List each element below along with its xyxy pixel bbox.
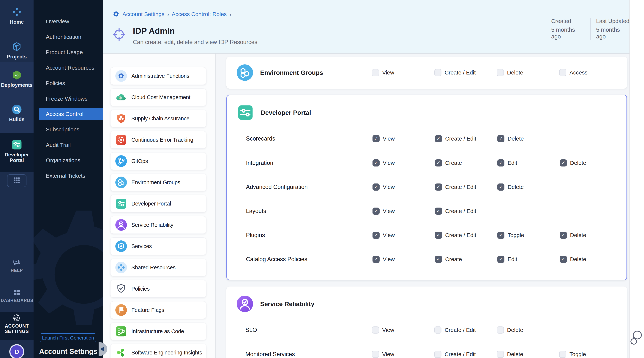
rail-item-deployments[interactable]: ∞ Deployments — [0, 70, 34, 88]
module-card-service-reliability[interactable]: Service Reliability — [110, 216, 206, 234]
permission-checkbox[interactable] — [434, 326, 442, 333]
permission-checkbox[interactable] — [497, 326, 504, 333]
permission-checkbox[interactable]: ✓ — [372, 208, 380, 215]
nav-item-external-tickets[interactable]: External Tickets — [34, 170, 103, 182]
module-card-continuous-error-tracking[interactable]: Continuous Error Tracking — [110, 131, 206, 148]
user-avatar[interactable]: D — [9, 344, 24, 358]
permission-checkbox[interactable] — [372, 326, 379, 333]
permission-checkbox[interactable]: ✓ — [372, 135, 380, 142]
nav-item-freeze-windows[interactable]: Freeze Windows — [34, 93, 103, 105]
created-value: 5 months ago — [551, 27, 584, 40]
nav-item-product-usage[interactable]: Product Usage — [34, 46, 103, 58]
nav-item-authentication[interactable]: Authentication — [34, 31, 103, 43]
rail-item-account-settings[interactable]: ACCOUNT SETTINGS — [0, 314, 34, 334]
permission-checkbox[interactable] — [434, 351, 442, 358]
permission-label: View — [383, 184, 395, 190]
module-card-developer-portal[interactable]: Developer Portal — [110, 195, 206, 212]
permission-checkbox[interactable] — [372, 69, 379, 76]
permission-checkbox[interactable]: ✓ — [497, 232, 504, 239]
resource-label: Integration — [246, 159, 372, 166]
permission-create-edit: Create / Edit — [434, 69, 497, 76]
role-meta: Created 5 months ago Last Updated 5 mont… — [551, 18, 630, 40]
module-label: Administrative Functions — [131, 73, 189, 79]
permission-checkbox[interactable]: ✓ — [435, 256, 442, 263]
permission-checkbox[interactable]: ✓ — [435, 208, 442, 215]
module-card-services[interactable]: Services — [110, 237, 206, 255]
module-card-software-engineering-insights[interactable]: Software Engineering Insights — [110, 344, 206, 358]
permission-checkbox[interactable]: ✓ — [497, 135, 504, 142]
permission-checkbox[interactable] — [372, 351, 379, 358]
nav-item-policies[interactable]: Policies — [34, 77, 103, 89]
permission-checkbox[interactable]: ✓ — [560, 256, 567, 263]
permission-checkbox[interactable]: ✓ — [497, 184, 504, 191]
module-picker-button[interactable] — [7, 174, 26, 187]
permission-checkbox[interactable]: ✓ — [435, 159, 442, 166]
rail-item-dashboards[interactable]: DASHBOARDS — [0, 288, 34, 303]
rail-item-label: Developer Portal — [0, 152, 34, 163]
rail-item-developer-portal[interactable]: Developer Portal — [0, 139, 34, 163]
rail-item-builds[interactable]: Builds — [0, 104, 34, 122]
permission-checkbox[interactable]: ✓ — [497, 159, 504, 166]
permission-checkbox[interactable]: ✓ — [497, 256, 504, 263]
permission-checkbox[interactable]: ✓ — [372, 184, 380, 191]
rail-item-projects[interactable]: Projects — [0, 41, 34, 60]
page-scrollbar[interactable] — [630, 0, 644, 358]
launch-first-generation-button[interactable]: Launch First Generation — [40, 333, 96, 342]
service-reliability-icon — [115, 219, 127, 231]
permission-checkbox[interactable]: ✓ — [560, 232, 567, 239]
module-card-gitops[interactable]: GitOps — [110, 152, 206, 170]
module-label: Developer Portal — [131, 201, 171, 207]
breadcrumb-account-settings[interactable]: Account Settings — [122, 11, 164, 17]
permission-checkbox[interactable]: ✓ — [435, 184, 442, 191]
permission-checkbox[interactable]: ✓ — [560, 159, 567, 166]
permission-checkbox[interactable] — [434, 69, 442, 76]
permission-checkbox[interactable]: ✓ — [372, 159, 380, 166]
module-card-environment-groups[interactable]: Environment Groups — [110, 173, 206, 191]
module-card-supply-chain-assurance[interactable]: Supply Chain Assurance — [110, 110, 206, 127]
permission-row-layouts: Layouts✓View✓Create / Edit — [227, 199, 626, 223]
nav-item-organizations[interactable]: Organizations — [34, 154, 103, 166]
module-card-cloud-cost-management[interactable]: $Cloud Cost Management — [110, 88, 206, 106]
module-card-shared-resources[interactable]: Shared Resources — [110, 259, 206, 276]
nav-item-subscriptions[interactable]: Subscriptions — [34, 123, 103, 136]
permission-label: View — [382, 351, 394, 357]
permission-label: View — [382, 69, 394, 76]
rail-item-help[interactable]: ? HELP — [0, 258, 34, 273]
breadcrumb-access-control-roles[interactable]: Access Control: Roles — [172, 11, 226, 17]
permission-checkbox[interactable]: ✓ — [372, 232, 380, 239]
policies-icon — [115, 283, 127, 295]
module-card-infrastructure-as-code[interactable]: Infrastructure as Code — [110, 322, 206, 340]
permission-checkbox[interactable]: ✓ — [435, 135, 442, 142]
resource-label: Plugins — [246, 232, 372, 239]
band-separator — [0, 97, 34, 97]
permission-checkbox[interactable] — [559, 351, 566, 358]
permission-checkbox[interactable]: ✓ — [372, 256, 380, 263]
nav-item-overview[interactable]: Overview — [34, 15, 103, 28]
help-chat-icon: ? — [0, 258, 34, 267]
permission-row-scorecards: Scorecards✓View✓Create / Edit✓Delete — [227, 126, 626, 151]
permission-label: Toggle — [508, 232, 524, 238]
rail-item-home[interactable]: Home — [0, 7, 34, 25]
permission-create-edit: ✓Create / Edit — [435, 135, 497, 142]
rail-item-label: ACCOUNT SETTINGS — [0, 323, 34, 334]
module-card-feature-flags[interactable]: Feature Flags — [110, 301, 206, 319]
module-list: Administrative Functions$Cloud Cost Mana… — [103, 54, 216, 358]
permission-view: ✓View — [372, 232, 435, 239]
developer-portal-icon — [0, 139, 34, 150]
permission-create: ✓Create — [435, 256, 497, 263]
permission-checkbox[interactable] — [497, 69, 504, 76]
permission-checkbox[interactable] — [559, 69, 566, 76]
permission-checkbox[interactable]: ✓ — [435, 232, 442, 239]
permission-label: Create / Edit — [444, 69, 476, 76]
nav-item-audit-trail[interactable]: Audit Trail — [34, 139, 103, 151]
settings-gear-icon — [112, 11, 120, 18]
nav-item-account-resources[interactable]: Account Resources — [34, 62, 103, 74]
nav-item-access-control[interactable]: Access Control — [39, 108, 103, 120]
gitops-icon — [115, 155, 127, 167]
administrative-functions-icon — [115, 70, 127, 82]
permission-delete: ✓Delete — [497, 184, 560, 191]
permission-checkbox[interactable] — [497, 351, 504, 358]
module-card-administrative-functions[interactable]: Administrative Functions — [110, 67, 206, 85]
chat-bubbles-icon[interactable] — [630, 329, 642, 345]
module-card-policies[interactable]: Policies — [110, 280, 206, 297]
